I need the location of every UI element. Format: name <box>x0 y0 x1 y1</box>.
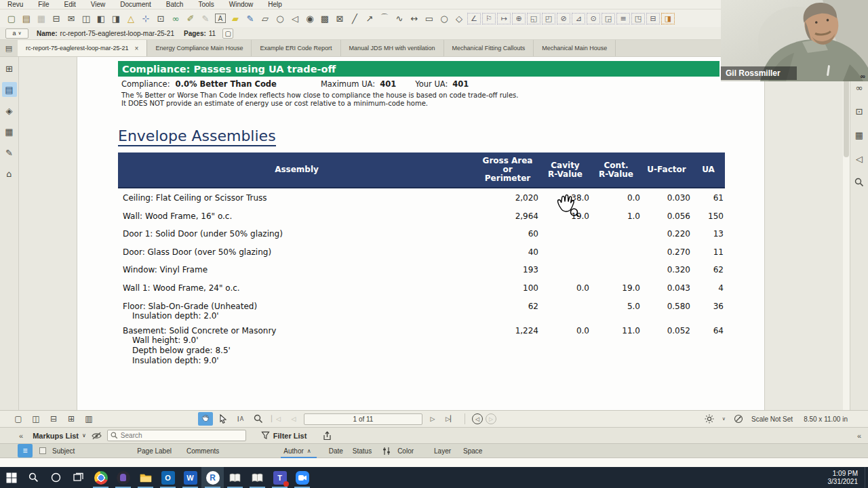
select-tool-icon[interactable] <box>216 412 231 426</box>
ellipse-tool-icon[interactable]: ○ <box>437 12 452 24</box>
callout-icon[interactable]: ◁ <box>288 12 302 24</box>
windows-panel-icon[interactable]: ⊡ <box>852 104 867 119</box>
alert-bell-icon[interactable]: △ <box>123 12 138 24</box>
last-page-icon[interactable]: ▷▏ <box>443 412 458 426</box>
tab-2[interactable]: Example ERI Code Report <box>252 40 340 56</box>
menu-view[interactable]: View <box>83 0 113 9</box>
polygon-tool-icon[interactable]: ◇ <box>452 12 467 24</box>
select-text-icon[interactable]: IA <box>233 412 248 426</box>
format-painter-icon[interactable]: ✎ <box>198 12 213 24</box>
pan-tool-icon[interactable] <box>198 412 213 426</box>
select-crosshair-icon[interactable]: ⊹ <box>138 12 153 24</box>
menu-file[interactable]: File <box>31 0 56 9</box>
hide-markups-icon[interactable] <box>92 432 102 440</box>
thumbnail-view-icon[interactable]: ▥ <box>81 412 96 426</box>
search-panel-icon[interactable] <box>852 175 867 190</box>
attachment-icon[interactable]: ✐ <box>183 12 198 24</box>
tags-panel-icon[interactable]: ◁ <box>852 151 867 166</box>
pen-icon[interactable]: ✎ <box>243 12 258 24</box>
single-page-icon[interactable]: ▢ <box>11 412 26 426</box>
print-icon[interactable]: ⊟ <box>49 12 64 24</box>
menu-document[interactable]: Document <box>113 0 159 9</box>
taskbar-search-icon[interactable] <box>22 467 45 488</box>
show-desktop-button[interactable] <box>865 467 868 488</box>
top-bottom-icon[interactable]: ⊟ <box>46 412 61 426</box>
snapshot-icon[interactable]: ⊡ <box>153 12 168 24</box>
links-panel-icon[interactable]: ∞ <box>852 80 867 95</box>
file-access-panel-icon[interactable]: ▦ <box>852 127 867 142</box>
tab-4[interactable]: Mechanical Fitting Callouts <box>444 40 534 56</box>
chevron-down-icon[interactable]: ∨ <box>722 416 726 422</box>
taskbar-audio-app-icon[interactable] <box>112 467 134 488</box>
measure-calibrate-icon[interactable]: ⊕ <box>512 13 526 24</box>
tab-active[interactable]: rc-report-75-eaglerest-loop-mar-25-21 × <box>18 40 147 56</box>
column-subject[interactable]: Subject <box>52 447 75 455</box>
taskbar-explorer-icon[interactable] <box>134 467 157 488</box>
compass-icon[interactable] <box>731 412 746 426</box>
tab-5[interactable]: Mechanical Main House <box>534 40 616 56</box>
measure-perimeter-icon[interactable]: ◰ <box>542 13 555 24</box>
taskbar-teams-icon[interactable]: T <box>269 467 291 488</box>
dynamic-fill-icon[interactable]: ◨ <box>661 13 675 24</box>
stamp-icon[interactable]: ◉ <box>302 12 317 24</box>
column-settings-icon[interactable] <box>382 447 391 455</box>
highlighter-icon[interactable]: ▰ <box>228 12 243 24</box>
new-page-icon[interactable]: ▢ <box>222 28 233 39</box>
tab-1[interactable]: Energy Compliance Main House <box>147 40 252 56</box>
scale-status[interactable]: Scale Not Set <box>751 415 793 423</box>
column-layer[interactable]: Layer <box>434 447 451 455</box>
bookmarks-panel-icon[interactable]: ▤ <box>2 82 17 97</box>
layers-panel-icon[interactable]: ◈ <box>2 103 17 118</box>
collapse-panel-right-icon[interactable]: « <box>857 432 861 440</box>
taskbar-taskview-icon[interactable] <box>67 467 90 488</box>
list-view-icon[interactable]: ≡ <box>18 444 33 458</box>
export-icon[interactable] <box>323 431 332 441</box>
menu-batch[interactable]: Batch <box>159 0 191 9</box>
collapse-panel-icon[interactable]: « <box>19 432 23 440</box>
previous-view-icon[interactable]: ◁ <box>472 413 483 424</box>
email-icon[interactable]: ✉ <box>64 12 79 24</box>
column-page-label[interactable]: Page Label <box>137 447 172 455</box>
next-page-icon[interactable]: ▷ <box>425 412 440 426</box>
thumbnails-panel-icon[interactable]: ⊞ <box>2 61 17 76</box>
image-icon[interactable]: ▩ <box>317 12 332 24</box>
vertical-scrollbar[interactable] <box>843 57 850 410</box>
measure-slope-icon[interactable]: ⊿ <box>572 13 585 24</box>
menu-window[interactable]: Window <box>222 0 261 9</box>
first-page-icon[interactable]: ▏◁ <box>269 412 283 426</box>
rectangle-tool-icon[interactable]: ▭ <box>422 12 437 24</box>
tab-list-icon[interactable]: ▤ <box>0 40 18 56</box>
page-indicator[interactable]: 1 of 11 <box>304 413 422 425</box>
markups-list-title[interactable]: Markups List <box>33 432 79 440</box>
insert-blank-page-icon[interactable]: ⊞ <box>64 412 79 426</box>
column-color[interactable]: Color <box>397 447 414 455</box>
measure-volume-icon[interactable]: ◲ <box>601 13 615 24</box>
taskbar-cortana-icon[interactable] <box>45 467 67 488</box>
menu-revu[interactable]: Revu <box>0 0 31 9</box>
ellipse-markup-icon[interactable]: ○ <box>273 12 288 24</box>
menu-tools[interactable]: Tools <box>191 0 221 9</box>
zoom-tool-icon[interactable] <box>251 412 266 426</box>
measure-cutout-icon[interactable]: ◳ <box>631 13 645 24</box>
measure-flag-icon[interactable]: ⚐ <box>482 13 496 24</box>
menu-help[interactable]: Help <box>260 0 290 9</box>
side-by-side-icon[interactable]: ◫ <box>28 412 43 426</box>
select-all-checkbox[interactable] <box>39 447 46 454</box>
column-author[interactable]: Author ∧ <box>283 447 311 455</box>
measure-radius-icon[interactable]: ⊙ <box>587 13 600 24</box>
line-tool-icon[interactable]: ╱ <box>347 12 362 24</box>
filter-icon[interactable] <box>261 431 270 440</box>
measure-diameter-icon[interactable]: ⊘ <box>557 13 570 24</box>
markups-search-box[interactable] <box>107 430 246 441</box>
next-view-icon[interactable]: ▷ <box>486 413 496 424</box>
spaces-panel-icon[interactable]: ⌂ <box>2 166 17 181</box>
filter-list-label[interactable]: Filter List <box>273 432 307 440</box>
search-input[interactable] <box>121 432 236 439</box>
measure-count-icon[interactable]: ≡ <box>616 13 630 24</box>
taskbar-book-2-icon[interactable] <box>246 467 269 488</box>
dimension-tool-icon[interactable]: ↔ <box>407 12 422 24</box>
taskbar-word-icon[interactable]: W <box>179 467 201 488</box>
new-document-icon[interactable]: ▢ <box>4 12 19 24</box>
insert-pages-icon[interactable]: ◨ <box>108 12 123 24</box>
arrow-tool-icon[interactable]: ↗ <box>362 12 377 24</box>
